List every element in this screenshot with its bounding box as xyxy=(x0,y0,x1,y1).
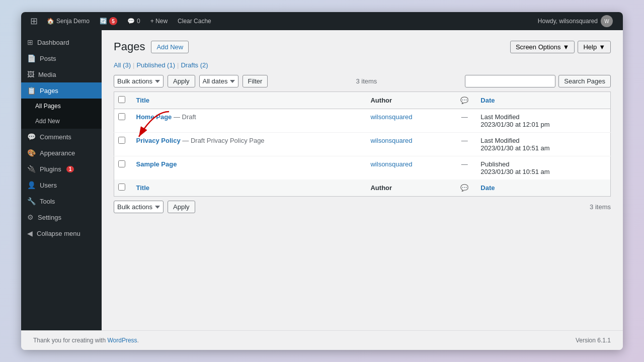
page-header: Pages Add New xyxy=(114,40,510,53)
sidebar-item-comments[interactable]: 💬 Comments xyxy=(21,129,102,145)
sidebar-item-media[interactable]: 🖼 Media xyxy=(21,66,102,82)
search-pages-button[interactable]: Search Pages xyxy=(558,75,611,87)
admin-bar-updates[interactable]: 🔄 5 xyxy=(95,12,122,30)
sidebar-item-posts[interactable]: 📄 Posts xyxy=(21,50,102,66)
footer-wordpress-link[interactable]: WordPress xyxy=(107,337,137,344)
sidebar-item-add-new-page[interactable]: Add New xyxy=(21,114,102,129)
th-title[interactable]: Title xyxy=(130,92,365,109)
filter-drafts[interactable]: Drafts (2) xyxy=(181,61,208,69)
row1-status: — Draft xyxy=(174,113,196,121)
row2-title: Privacy Policy — Draft Privacy Policy Pa… xyxy=(130,133,365,156)
avatar: W xyxy=(601,15,613,27)
comment-icon: 💬 xyxy=(127,18,135,25)
posts-icon: 📄 xyxy=(27,54,36,62)
sidebar: ⊞ Dashboard 📄 Posts 🖼 Media 📋 Pages All … xyxy=(21,30,102,330)
items-count-bottom: 3 items xyxy=(590,203,611,211)
sidebar-item-plugins[interactable]: 🔌 Plugins 1 xyxy=(21,161,102,177)
sidebar-item-pages[interactable]: 📋 Pages xyxy=(21,82,102,99)
row3-author-link[interactable]: wilsonsquared xyxy=(370,160,412,168)
admin-bar-clear-cache[interactable]: Clear Cache xyxy=(173,12,216,30)
table-row: Privacy Policy — Draft Privacy Policy Pa… xyxy=(114,133,611,156)
tfoot-author: Author xyxy=(364,179,454,197)
tfoot-check[interactable] xyxy=(114,179,130,197)
th-author[interactable]: Author xyxy=(364,92,454,109)
row2-checkbox[interactable] xyxy=(118,137,125,144)
row3-checkbox[interactable] xyxy=(118,160,125,167)
table-row: Home Page — Draft wilsonsquared — Last M… xyxy=(114,109,611,133)
footer-version: Version 6.1.1 xyxy=(576,337,611,344)
row3-date: Published 2023/01/30 at 10:51 am xyxy=(474,156,610,180)
select-all-footer-checkbox[interactable] xyxy=(118,184,125,191)
items-count-top: 3 items xyxy=(356,77,377,85)
admin-bar-comments[interactable]: 💬 0 xyxy=(122,12,145,30)
row3-title-link[interactable]: Sample Page xyxy=(136,160,177,168)
row1-checkbox[interactable] xyxy=(118,113,125,120)
add-new-button[interactable]: Add New xyxy=(151,41,189,53)
plugins-icon: 🔌 xyxy=(27,165,36,173)
help-button[interactable]: Help ▼ xyxy=(578,41,611,53)
appearance-icon: 🎨 xyxy=(27,149,36,157)
home-icon: 🏠 xyxy=(47,18,54,25)
comments-icon: 💬 xyxy=(27,133,36,141)
row2-title-link[interactable]: Privacy Policy xyxy=(136,137,181,144)
row2-comments: — xyxy=(454,133,474,156)
search-input[interactable] xyxy=(465,75,555,87)
row1-check[interactable] xyxy=(114,109,130,133)
sidebar-item-dashboard[interactable]: ⊞ Dashboard xyxy=(21,34,102,50)
sidebar-item-settings[interactable]: ⚙ Settings xyxy=(21,209,102,225)
filter-all[interactable]: All (3) xyxy=(114,61,131,69)
tfoot-title: Title xyxy=(130,179,365,197)
sidebar-item-tools[interactable]: 🔧 Tools xyxy=(21,193,102,209)
apply-button-bottom[interactable]: Apply xyxy=(168,201,195,213)
row2-check[interactable] xyxy=(114,133,130,156)
chevron-down-icon: ▼ xyxy=(599,43,605,51)
row3-comments: — xyxy=(454,156,474,180)
row1-title-link[interactable]: Home Page xyxy=(136,113,172,121)
users-icon: 👤 xyxy=(27,181,36,189)
table-row: Sample Page wilsonsquared — Published 20… xyxy=(114,156,611,180)
row3-author: wilsonsquared xyxy=(364,156,454,180)
chevron-down-icon: ▼ xyxy=(563,43,570,51)
th-select-all[interactable] xyxy=(114,92,130,109)
bulk-actions-select-top[interactable]: Bulk actions xyxy=(114,75,164,87)
tfoot-comments: 💬 xyxy=(454,179,474,197)
sidebar-item-all-pages[interactable]: All Pages xyxy=(21,99,102,114)
th-comments: 💬 xyxy=(454,92,474,109)
footer-thanks: Thank you for creating with WordPress. xyxy=(33,337,139,344)
row1-author: wilsonsquared xyxy=(364,109,454,133)
row1-comments: — xyxy=(454,109,474,133)
row3-title: Sample Page xyxy=(130,156,365,180)
screen-options-button[interactable]: Screen Options ▼ xyxy=(510,41,575,53)
admin-bar: ⊞ 🏠 Senja Demo 🔄 5 💬 0 + New Clear Cache… xyxy=(21,12,623,30)
sidebar-item-users[interactable]: 👤 Users xyxy=(21,177,102,193)
top-toolbar: Bulk actions Apply All dates Filter 3 it… xyxy=(114,75,611,87)
admin-bar-howdy[interactable]: Howdy, wilsonsquared W xyxy=(533,15,618,27)
settings-icon: ⚙ xyxy=(27,213,34,221)
sidebar-item-appearance[interactable]: 🎨 Appearance xyxy=(21,145,102,161)
comments-header-icon: 💬 xyxy=(460,97,468,104)
page-title: Pages xyxy=(114,40,145,53)
row1-title: Home Page — Draft xyxy=(130,109,365,133)
content-area: Pages Add New Screen Options ▼ Help ▼ xyxy=(102,30,623,330)
row2-author: wilsonsquared xyxy=(364,133,454,156)
wp-logo[interactable]: ⊞ xyxy=(26,16,42,27)
bulk-actions-select-bottom[interactable]: Bulk actions xyxy=(114,201,164,213)
row3-check[interactable] xyxy=(114,156,130,180)
row2-author-link[interactable]: wilsonsquared xyxy=(370,137,412,144)
admin-bar-site-name[interactable]: 🏠 Senja Demo xyxy=(42,12,95,30)
sidebar-item-collapse[interactable]: ◀ Collapse menu xyxy=(21,225,102,241)
apply-button-top[interactable]: Apply xyxy=(168,75,195,87)
select-all-checkbox[interactable] xyxy=(118,96,125,103)
row1-date: Last Modified 2023/01/30 at 12:01 pm xyxy=(474,109,610,133)
th-date[interactable]: Date xyxy=(474,92,610,109)
tfoot-comments-icon: 💬 xyxy=(460,184,468,192)
filter-button[interactable]: Filter xyxy=(243,75,268,87)
row2-status-extra: Privacy Policy Page xyxy=(207,137,265,144)
filter-published[interactable]: Published (1) xyxy=(136,61,175,69)
search-area: Search Pages xyxy=(465,75,611,87)
dashboard-icon: ⊞ xyxy=(27,38,33,46)
row1-author-link[interactable]: wilsonsquared xyxy=(370,113,412,121)
row2-status: — Draft xyxy=(182,137,205,144)
admin-bar-new[interactable]: + New xyxy=(145,12,173,30)
date-filter-select[interactable]: All dates xyxy=(199,75,238,87)
